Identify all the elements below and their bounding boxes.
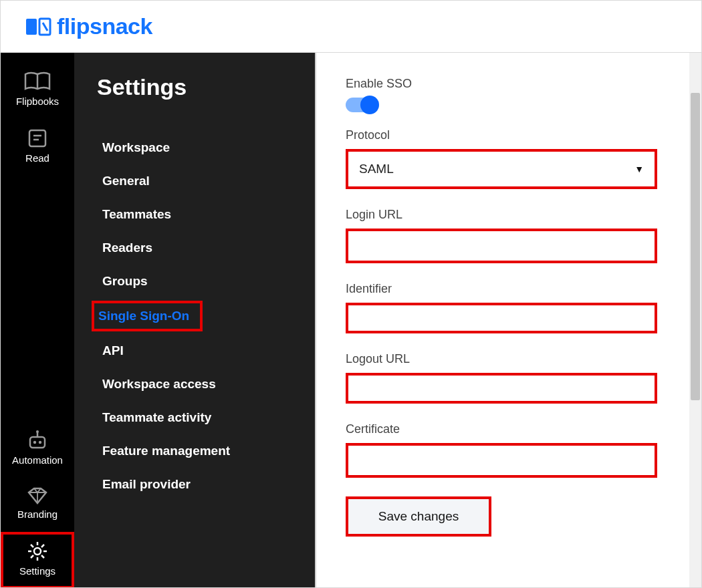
settings-item-workspace-access[interactable]: Workspace access [97, 368, 296, 401]
svg-point-8 [33, 441, 36, 444]
svg-line-17 [31, 545, 33, 547]
rail-item-flipbooks[interactable]: Flipbooks [1, 62, 74, 119]
book-open-icon [24, 71, 51, 92]
settings-item-email-provider[interactable]: Email provider [97, 468, 296, 501]
svg-point-12 [34, 548, 41, 555]
protocol-value: SAML [359, 162, 394, 176]
chevron-down-icon: ▼ [634, 164, 644, 174]
enable-sso-toggle[interactable] [346, 98, 378, 112]
brand-logo[interactable]: flipsnack [26, 13, 152, 39]
svg-rect-7 [30, 437, 45, 448]
svg-point-11 [36, 430, 39, 433]
brand-name: flipsnack [57, 13, 152, 39]
rail-label: Read [25, 152, 49, 164]
settings-item-teammate-activity[interactable]: Teammate activity [97, 401, 296, 434]
toggle-knob [360, 96, 379, 114]
settings-item-teammates[interactable]: Teammates [97, 198, 296, 231]
protocol-select[interactable]: SAML ▼ [346, 149, 657, 189]
rail-label: Flipbooks [16, 96, 59, 107]
save-button-label: Save changes [378, 509, 459, 524]
svg-line-20 [31, 555, 33, 558]
svg-point-9 [39, 441, 41, 444]
robot-icon [27, 430, 48, 450]
svg-line-18 [41, 555, 44, 558]
certificate-input[interactable] [346, 443, 657, 478]
settings-item-groups[interactable]: Groups [97, 265, 296, 298]
app-header: flipsnack [1, 1, 701, 53]
settings-item-sso[interactable]: Single Sign-On [93, 302, 201, 330]
rail-item-branding[interactable]: Branding [1, 478, 74, 532]
settings-item-readers[interactable]: Readers [97, 231, 296, 265]
rail-label: Automation [12, 454, 63, 466]
settings-item-feature-management[interactable]: Feature management [97, 434, 296, 468]
settings-item-workspace[interactable]: Workspace [97, 131, 296, 164]
protocol-label: Protocol [346, 128, 696, 142]
sso-form-area: Enable SSO Protocol SAML ▼ Login URL Ide… [315, 53, 701, 588]
svg-rect-0 [26, 19, 37, 35]
identifier-label: Identifier [346, 282, 696, 296]
svg-line-19 [41, 545, 44, 547]
logout-url-label: Logout URL [346, 352, 696, 366]
login-url-label: Login URL [346, 208, 696, 222]
read-icon [27, 128, 47, 148]
settings-item-api[interactable]: API [97, 334, 296, 368]
certificate-label: Certificate [346, 422, 696, 436]
nav-rail: Flipbooks Read Automation [1, 53, 74, 588]
rail-item-read[interactable]: Read [1, 119, 74, 176]
diamond-icon [26, 487, 49, 504]
logout-url-input[interactable] [346, 373, 657, 404]
gear-icon [27, 541, 47, 561]
save-changes-button[interactable]: Save changes [346, 496, 491, 537]
login-url-input[interactable] [346, 229, 657, 263]
settings-item-general[interactable]: General [97, 164, 296, 198]
svg-rect-4 [29, 130, 45, 146]
rail-label: Settings [19, 565, 55, 577]
rail-item-settings[interactable]: Settings [1, 532, 74, 588]
settings-title: Settings [97, 74, 296, 100]
svg-line-2 [43, 23, 47, 31]
flipsnack-logo-icon [26, 17, 51, 36]
settings-panel: Settings Workspace General Teammates Rea… [74, 53, 315, 588]
identifier-input[interactable] [346, 303, 657, 333]
rail-item-automation[interactable]: Automation [1, 421, 74, 478]
enable-sso-label: Enable SSO [346, 77, 696, 91]
rail-label: Branding [17, 508, 57, 520]
